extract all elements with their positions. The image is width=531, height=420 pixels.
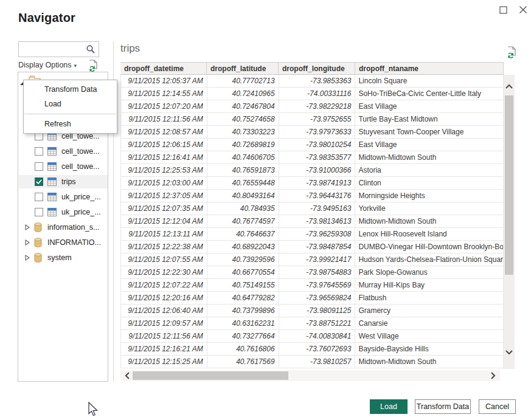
table-row: 9/11/2015 12:03:00 AM40.76559448-73.9874… [121,177,504,190]
table-row: 9/11/2015 12:06:40 AM40.73799896-73.9809… [121,305,504,317]
column-header-dropoff_longitude[interactable]: dropoff_longitude [279,63,355,74]
menu-item-load[interactable]: Load [24,97,117,111]
table-cell: 40.75274658 [207,113,279,125]
unchecked-checkbox[interactable] [35,193,43,201]
table-row: 9/11/2015 12:11:56 AM40.75274658-73.9752… [121,113,504,126]
table-cell: -73.98229218 [279,100,356,112]
transform-data-button[interactable]: Transform Data [415,399,471,414]
table-cell: Turtle Bay-East Midtown [355,113,504,125]
table-cell: 9/11/2015 12:20:16 AM [121,292,207,304]
table-cell: 40.72467804 [207,100,279,112]
load-button[interactable]: Load [370,399,408,414]
table-row: 9/11/2015 12:12:04 AM40.76774597-73.9813… [121,215,504,228]
tree-item-information-s[interactable]: information_s... [19,221,108,234]
table-cell: 40.76559448 [207,177,279,189]
table-cell: 40.77702713 [207,75,279,87]
table-cell: DUMBO-Vinegar Hill-Downtown Brooklyn-Boe… [355,241,504,253]
display-options-dropdown[interactable]: Display Options▾ [18,61,77,69]
table-cell: 9/11/2015 12:07:22 AM [121,279,207,291]
table-cell: 40.76591873 [207,164,279,176]
table-cell: -73.76072693 [279,343,356,355]
table-cell: 9/11/2015 12:37:05 AM [121,190,207,202]
scroll-up-icon[interactable] [505,83,513,89]
tree-item-cell-towe[interactable]: cell_towe... [19,160,108,173]
checked-checkbox[interactable] [35,177,43,186]
table-cell: Flatbush [355,292,504,304]
tree-item-label: INFORMATIO... [47,238,101,247]
table-cell: -73.9495163 [279,202,356,215]
scroll-right-icon[interactable] [490,371,496,380]
table-cell: -74.00830841 [279,330,356,342]
menu-separator [24,114,116,114]
menu-item-refresh[interactable]: Refresh [24,117,117,131]
table-row: 9/11/2015 12:14:55 AM40.72410965-74.0033… [121,88,504,100]
collapsed-caret-icon[interactable] [25,224,32,230]
vertical-scrollbar[interactable] [504,75,515,369]
search-input[interactable] [21,43,85,56]
tree-item-uk-price[interactable]: uk_price_... [19,205,108,219]
tree-item-cell-towe[interactable]: cell_towe... [19,145,108,158]
tree-item-label: system [47,253,72,262]
display-options-label: Display Options [18,61,72,69]
table-cell: -73.97973633 [279,126,356,138]
table-row: 9/11/2015 12:06:15 AM40.72689819-73.9801… [121,139,504,151]
table-cell: 9/11/2015 12:11:56 AM [121,113,207,125]
tree-item-trips[interactable]: trips [19,175,108,188]
table-cell: 40.7617569 [207,356,279,368]
data-preview-grid: dropoff_datetimedropoff_latitudedropoff_… [120,62,515,368]
menu-item-transform-data[interactable]: Transform Data [24,82,117,97]
dialog-title: Navigator [18,11,75,25]
table-cell: -74.00331116 [279,88,356,100]
tree-item-uk-price[interactable]: uk_price_... [19,190,108,204]
search-box[interactable] [18,41,99,57]
table-row: 9/11/2015 12:37:05 AM40.80493164-73.9644… [121,190,504,202]
unchecked-checkbox[interactable] [35,162,43,171]
database-icon [33,238,43,247]
horizontal-scroll-thumb[interactable] [133,371,288,380]
vertical-scroll-thumb[interactable] [505,95,513,275]
column-header-dropoff_latitude[interactable]: dropoff_latitude [207,63,279,74]
refresh-preview-icon[interactable] [506,46,517,58]
tree-item-informatio[interactable]: INFORMATIO... [19,236,108,249]
table-cell: Stuyvesant Town-Cooper Village [355,126,504,138]
table-cell: East Village [355,100,504,112]
table-cell: 9/11/2015 12:22:38 AM [121,241,207,253]
table-cell: -73.97645569 [279,279,356,291]
table-cell: Park Slope-Gowanus [355,266,504,278]
table-cell: East Village [355,139,504,151]
table-cell: Lenox Hill-Roosevelt Island [355,228,504,240]
table-cell: 9/11/2015 12:12:04 AM [121,215,207,227]
column-header-dropoff_ntaname[interactable]: dropoff_ntaname [355,63,504,74]
table-cell: 40.76774597 [207,215,279,227]
table-cell: 9/11/2015 12:06:15 AM [121,139,207,151]
table-cell: 40.72410965 [207,88,279,100]
scroll-down-icon[interactable] [505,349,513,356]
database-icon [33,253,43,263]
scroll-left-icon[interactable] [124,371,130,380]
table-cell: -73.99921417 [279,253,356,266]
table-cell: West Village [355,330,504,342]
cancel-button[interactable]: Cancel [479,399,516,414]
horizontal-scrollbar[interactable] [120,370,500,381]
refresh-list-icon[interactable] [88,60,99,72]
collapsed-caret-icon[interactable] [25,255,32,261]
table-cell: Hudson Yards-Chelsea-Flatiron-Union Squa… [355,253,504,266]
table-cell: 40.784935 [207,202,279,215]
tree-item-system[interactable]: system [19,251,108,264]
table-cell: Lincoln Square [355,75,504,87]
collapsed-caret-icon[interactable] [25,239,32,246]
unchecked-checkbox[interactable] [35,208,43,216]
table-cell: 40.73303223 [207,126,279,138]
column-header-dropoff_datetime[interactable]: dropoff_datetime [120,63,207,74]
table-cell: -73.96259308 [279,228,356,240]
table-cell: 40.73799896 [207,305,279,317]
table-cell: Astoria [355,164,504,176]
unchecked-checkbox[interactable] [35,147,43,156]
table-cell: 40.72689819 [207,139,279,151]
table-cell: 9/11/2015 12:09:57 AM [121,317,207,329]
table-cell: 40.7616806 [207,343,279,355]
restore-window-icon[interactable] [499,5,508,15]
close-icon[interactable] [518,5,528,15]
table-cell: Yorkville [355,202,504,215]
table-row: 9/11/2015 12:11:56 AM40.73277664-74.0083… [121,330,504,343]
